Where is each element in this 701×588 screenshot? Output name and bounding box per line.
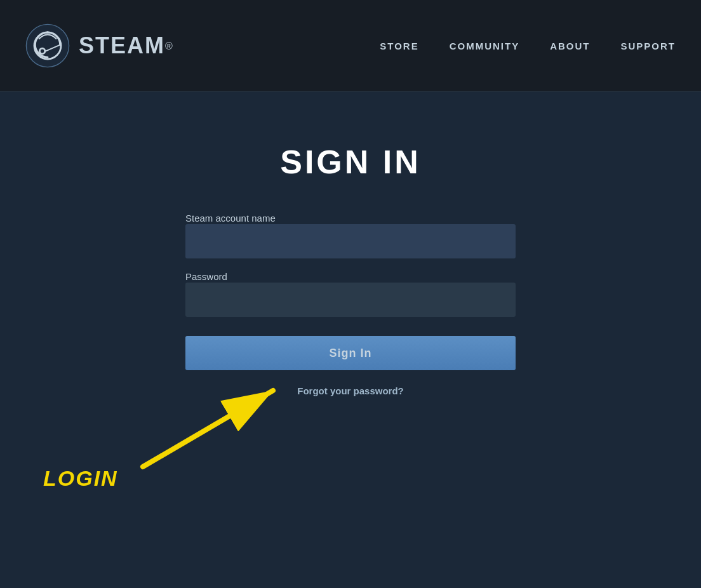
- username-input[interactable]: [185, 224, 516, 258]
- password-field-group: Password: [185, 271, 516, 317]
- main-nav: STORE COMMUNITY ABOUT SUPPORT: [380, 41, 676, 51]
- logo-area: STEAM®: [25, 23, 173, 68]
- steam-logo-text: STEAM: [79, 32, 165, 58]
- header: STEAM® STORE COMMUNITY ABOUT SUPPORT: [0, 0, 701, 92]
- svg-line-5: [143, 391, 273, 467]
- steam-wordmark: STEAM®: [79, 32, 173, 59]
- password-label: Password: [185, 271, 227, 282]
- registered-symbol: ®: [165, 41, 173, 51]
- nav-community[interactable]: COMMUNITY: [450, 41, 520, 51]
- password-input[interactable]: [185, 283, 516, 317]
- steam-logo-icon: [25, 23, 70, 68]
- page-title: SIGN IN: [280, 143, 421, 181]
- main-content: SIGN IN Steam account name Password Sign…: [0, 92, 701, 396]
- svg-text:LOGIN: LOGIN: [43, 466, 118, 490]
- username-field-group: Steam account name: [185, 213, 516, 258]
- forgot-password-link[interactable]: Forgot your password?: [185, 385, 516, 396]
- username-label: Steam account name: [185, 213, 276, 224]
- svg-point-0: [26, 24, 69, 67]
- nav-store[interactable]: STORE: [380, 41, 418, 51]
- sign-in-button[interactable]: Sign In: [185, 336, 516, 370]
- nav-support[interactable]: SUPPORT: [620, 41, 676, 51]
- nav-about[interactable]: ABOUT: [550, 41, 590, 51]
- login-form: Steam account name Password Sign In Forg…: [185, 213, 516, 396]
- svg-point-3: [41, 50, 44, 53]
